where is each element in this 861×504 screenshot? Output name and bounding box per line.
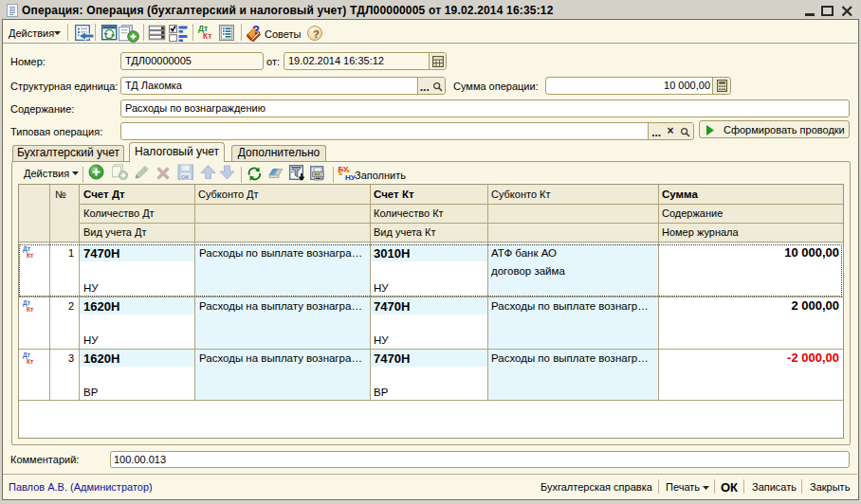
svg-text:ОК: ОК [181, 174, 190, 180]
